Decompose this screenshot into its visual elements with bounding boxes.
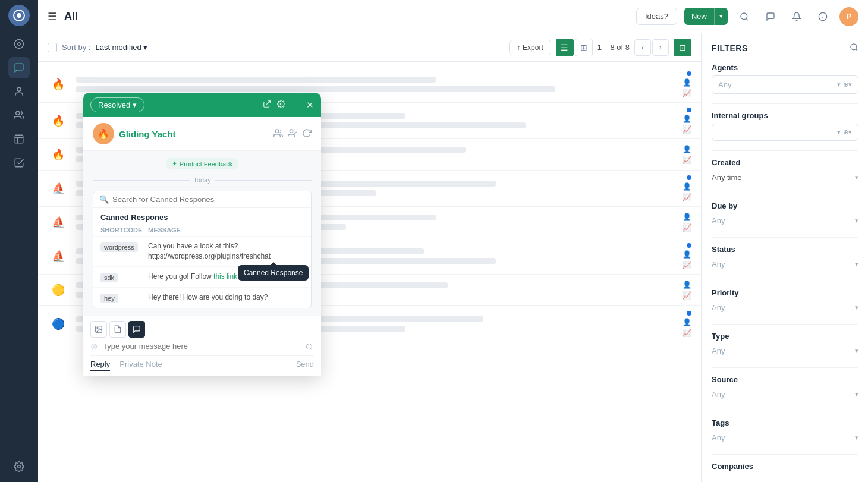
chat-header-icons: — ✕ — [263, 100, 314, 111]
created-chevron-icon: ▾ — [855, 174, 858, 181]
tags-value-row[interactable]: Any ▾ — [712, 431, 858, 445]
agents-dropdown[interactable]: Any ▾ ⊕▾ — [712, 75, 858, 94]
settings-icon[interactable] — [277, 100, 285, 110]
canned-search-input[interactable] — [112, 195, 305, 204]
resolved-chevron-icon: ▾ — [133, 100, 137, 109]
canned-response-icon-button[interactable] — [128, 321, 145, 338]
created-value-row[interactable]: Any time ▾ — [712, 171, 858, 184]
shortcode-header: SHORTCODE — [100, 226, 148, 234]
sidebar-item-home[interactable] — [8, 33, 30, 55]
prev-page-button[interactable]: ‹ — [634, 39, 651, 56]
activity-icon: 📈 — [683, 329, 691, 337]
created-label: Created — [712, 158, 858, 167]
resolved-badge[interactable]: Resolved ▾ — [90, 97, 144, 112]
status-value-row[interactable]: Any ▾ — [712, 257, 858, 271]
source-value: Any — [712, 390, 725, 399]
canned-response-container: 🔍 Canned Respones SHORTCODE MESSAGE — [93, 191, 312, 308]
list-item[interactable]: hey Hey there! How are you doing to day? — [93, 287, 311, 308]
list-view-button[interactable]: ☰ — [556, 39, 574, 56]
subtoolbar-right: ↑ Export ☰ ⊞ 1 – 8 of 8 ‹ › ⊡ — [509, 39, 691, 56]
divider — [712, 367, 858, 368]
new-button-group: New ▾ — [684, 8, 728, 25]
image-icon-button[interactable] — [90, 321, 107, 338]
status-filter: Status Any ▾ — [712, 245, 858, 271]
unread-dot — [687, 175, 691, 180]
sidebar-logo[interactable] — [8, 5, 30, 26]
internal-groups-dropdown[interactable]: ▾ ⊕▾ — [712, 124, 858, 141]
created-filter: Created Any time ▾ — [712, 158, 858, 184]
assign-icon[interactable] — [273, 128, 283, 140]
sidebar-item-settings[interactable] — [8, 456, 30, 477]
canned-link: this link — [213, 272, 237, 281]
tags-filter: Tags Any ▾ — [712, 418, 858, 445]
next-page-button[interactable]: › — [652, 39, 669, 56]
transfer-icon[interactable] — [288, 128, 297, 140]
agents-extra-icon: ⊕▾ — [843, 81, 852, 89]
canned-title: Canned Respones — [93, 208, 311, 224]
type-value-row[interactable]: Any ▾ — [712, 344, 858, 358]
source-value-row[interactable]: Any ▾ — [712, 388, 858, 401]
sidebar-item-reports[interactable] — [8, 128, 30, 150]
svg-point-8 — [741, 13, 747, 20]
sidebar-item-inbox[interactable] — [8, 152, 30, 174]
avatar: ⛵ — [48, 178, 69, 199]
unread-dot — [687, 311, 691, 316]
sidebar-item-conversations[interactable] — [8, 57, 30, 78]
svg-rect-6 — [15, 135, 23, 143]
sidebar-item-contacts[interactable] — [8, 81, 30, 102]
conv-meta: 👤 📈 — [683, 281, 691, 300]
activity-icon: 📈 — [683, 193, 691, 201]
menu-icon[interactable]: ☰ — [48, 10, 57, 23]
filters-header: FILTERS — [712, 43, 858, 53]
created-value: Any time — [712, 173, 742, 182]
export-button[interactable]: ↑ Export — [509, 40, 551, 55]
conv-meta: 👤 📈 — [683, 71, 691, 97]
groups-chevron-icon: ▾ — [837, 128, 841, 136]
svg-point-4 — [17, 87, 21, 91]
product-feedback-label: ✦ Product Feedback — [166, 158, 238, 169]
external-link-icon[interactable] — [263, 100, 271, 110]
list-item[interactable]: wordpress Can you have a look at this? h… — [93, 236, 311, 266]
svg-point-2 — [15, 40, 24, 49]
companies-label: Companies — [712, 462, 858, 471]
new-button[interactable]: New — [684, 8, 714, 25]
avatar: ⛵ — [48, 245, 69, 267]
new-dropdown-button[interactable]: ▾ — [714, 8, 728, 25]
due-by-value-row[interactable]: Any ▾ — [712, 214, 858, 228]
filters-search-icon[interactable] — [850, 43, 858, 53]
minimize-icon[interactable]: — — [291, 100, 300, 110]
grid-view-button[interactable]: ⊞ — [575, 39, 593, 56]
send-button[interactable]: Send — [296, 360, 314, 371]
chat-user-name: Gliding Yacht — [119, 129, 269, 139]
emoji-icon[interactable]: ☺ — [304, 341, 314, 352]
reply-tab[interactable]: Reply — [90, 360, 110, 371]
sidebar-item-teams[interactable] — [8, 105, 30, 126]
list-alt-view-button[interactable]: ⊡ — [674, 39, 691, 56]
chat-input-row: ⊗ ☺ — [90, 341, 314, 352]
conversation-panel: Sort by : Last modified ▾ ↑ Export ☰ ⊞ 1… — [38, 33, 702, 482]
priority-value-row[interactable]: Any ▾ — [712, 301, 858, 314]
chat-message-input[interactable] — [103, 342, 300, 351]
file-icon-button[interactable] — [109, 321, 126, 338]
search-icon: 🔍 — [99, 195, 109, 204]
private-note-tab[interactable]: Private Note — [119, 360, 162, 371]
tags-chevron-icon: ▾ — [855, 434, 858, 442]
select-all-checkbox[interactable] — [48, 43, 57, 52]
clear-input-icon[interactable]: ⊗ — [90, 341, 98, 352]
subtoolbar: Sort by : Last modified ▾ ↑ Export ☰ ⊞ 1… — [38, 33, 701, 62]
close-icon[interactable]: ✕ — [306, 100, 314, 111]
export-icon: ↑ — [517, 43, 520, 52]
search-icon-button[interactable] — [735, 7, 754, 26]
help-icon-button[interactable] — [813, 7, 832, 26]
sort-value[interactable]: Last modified ▾ — [95, 43, 147, 52]
svg-point-1 — [17, 13, 21, 18]
user-avatar[interactable]: P — [839, 7, 858, 26]
ideas-button[interactable]: Ideas? — [636, 8, 677, 25]
refresh-icon[interactable] — [302, 128, 312, 140]
chat-tabs: Reply Private Note Send — [90, 355, 314, 371]
bell-icon-button[interactable] — [787, 7, 806, 26]
divider — [712, 194, 858, 194]
canned-shortcode: hey — [100, 292, 143, 303]
activity-icon: 📈 — [683, 223, 691, 232]
chat-icon-button[interactable] — [761, 7, 780, 26]
